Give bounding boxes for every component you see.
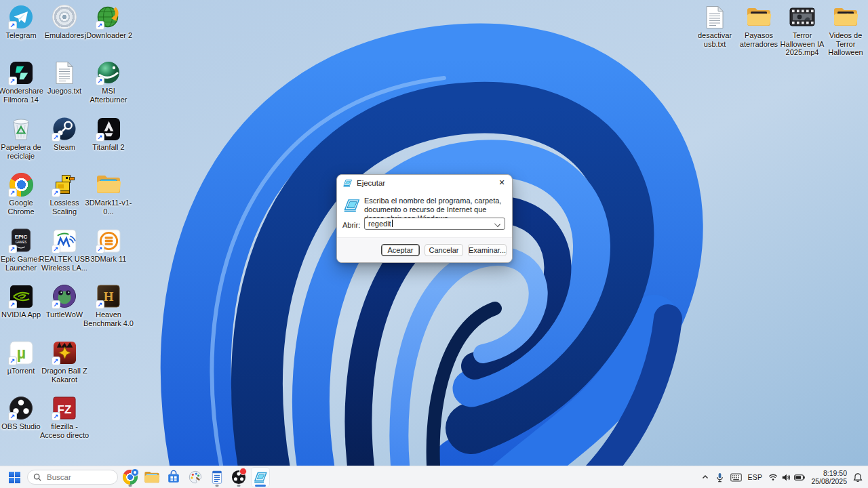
chrome-profile-badge <box>131 468 139 476</box>
notepad-icon <box>210 470 224 485</box>
tray-date: 25/08/2025 <box>811 477 847 485</box>
folder-dark-media-icon <box>746 6 772 28</box>
run-icon <box>342 179 353 187</box>
close-icon[interactable]: ✕ <box>492 176 512 190</box>
dialog-title: Ejecutar <box>357 179 385 187</box>
language-indicator[interactable]: ESP <box>745 468 766 486</box>
dialog-footer: Aceptar Cancelar Examinar... <box>337 237 512 262</box>
tray-time: 8:19:50 <box>811 469 847 477</box>
recording-badge <box>239 468 247 475</box>
taskbar-search[interactable] <box>27 470 118 485</box>
run-icon <box>253 471 268 483</box>
desktop-icon-titanfall2[interactable]: ↗ Titanfall 2 <box>83 116 134 152</box>
open-input[interactable]: regedit <box>364 218 505 230</box>
touch-keyboard-button[interactable] <box>728 468 745 486</box>
taskbar-app-run-dialog[interactable] <box>251 467 270 487</box>
keyboard-icon <box>730 473 742 482</box>
text-document-icon <box>705 5 725 29</box>
battery-icon <box>794 474 805 481</box>
desktop-icon-jdownloader[interactable]: ↗ jDownloader 2 <box>83 4 134 40</box>
search-input[interactable] <box>45 472 109 482</box>
desktop-icon-msi-afterburner[interactable]: ↗ MSI Afterburner <box>83 60 134 104</box>
search-icon <box>33 473 41 481</box>
desktop-screen: ↗ Telegram Emuladores ↗ jDownloader 2 ↗ … <box>0 0 868 488</box>
open-input-value: regedit <box>368 220 391 228</box>
microsoft-store-icon <box>166 470 181 485</box>
file-explorer-icon <box>144 470 160 484</box>
run-icon-large <box>342 198 361 214</box>
notifications-button[interactable] <box>850 468 865 486</box>
hidden-icons-chevron[interactable] <box>698 468 712 486</box>
start-button[interactable] <box>4 468 24 487</box>
taskbar-app-notepad[interactable] <box>208 467 226 487</box>
windows-logo-icon <box>9 472 20 483</box>
cd-disc-icon <box>52 5 77 29</box>
taskbar: ESP 8:19:50 25/08/2025 <box>0 466 868 488</box>
svg-text:EPIC: EPIC <box>15 234 28 240</box>
text-caret <box>392 220 393 227</box>
desktop-icon-videos-terror-folder[interactable]: Videos de Terror Halloween <box>820 4 868 57</box>
taskbar-app-paint[interactable] <box>186 467 205 487</box>
desktop-icon-3dmark11[interactable]: ↗ 3DMark 11 <box>83 228 134 264</box>
taskbar-app-obs[interactable] <box>229 467 248 487</box>
chevron-up-icon <box>701 473 709 481</box>
bell-icon <box>853 472 863 483</box>
ok-button[interactable]: Aceptar <box>381 244 420 256</box>
shortcut-arrow-icon: ↗ <box>8 21 17 30</box>
svg-text:H: H <box>104 289 114 304</box>
chevron-down-icon[interactable] <box>494 221 500 227</box>
desktop-icon-label: Telegram <box>5 31 36 40</box>
filmstrip-icon <box>789 7 815 27</box>
text-document-icon <box>54 61 75 85</box>
desktop-icon-dbz-kakarot[interactable]: ↗ Dragon Ball Z Kakarot <box>39 340 90 384</box>
recycle-bin-icon <box>10 117 32 141</box>
svg-text:µ: µ <box>16 344 25 362</box>
clock[interactable]: 8:19:50 25/08/2025 <box>808 468 850 486</box>
run-dialog-titlebar[interactable]: Ejecutar ✕ <box>337 175 512 190</box>
taskbar-app-chrome[interactable] <box>121 467 140 487</box>
svg-text:GAMES: GAMES <box>16 241 27 244</box>
paint-palette-icon <box>188 470 203 485</box>
wifi-icon <box>768 473 778 481</box>
desktop-icon-filezilla[interactable]: FZ ↗ filezilla - Acceso directo <box>39 395 90 439</box>
cancel-button[interactable]: Cancelar <box>425 244 463 256</box>
microphone-tray-button[interactable] <box>713 468 727 486</box>
folder-dark-media-icon <box>833 6 859 28</box>
taskbar-app-file-explorer[interactable] <box>142 467 161 487</box>
run-dialog: Ejecutar ✕ Escriba el nombre del program… <box>336 174 513 263</box>
desktop-icon-heaven[interactable]: H ↗ Heaven Benchmark 4.0 <box>83 283 134 327</box>
open-label: Abrir: <box>342 221 360 229</box>
browse-button[interactable]: Examinar... <box>468 244 507 256</box>
taskbar-app-microsoft-store[interactable] <box>164 467 183 487</box>
volume-icon <box>781 473 791 482</box>
folder-blue-file-icon <box>96 174 121 195</box>
quick-settings-button[interactable] <box>766 468 808 486</box>
desktop-icon-3dmark11-folder[interactable]: 3DMark11-v1-0... <box>83 171 134 216</box>
microphone-icon <box>715 472 724 483</box>
